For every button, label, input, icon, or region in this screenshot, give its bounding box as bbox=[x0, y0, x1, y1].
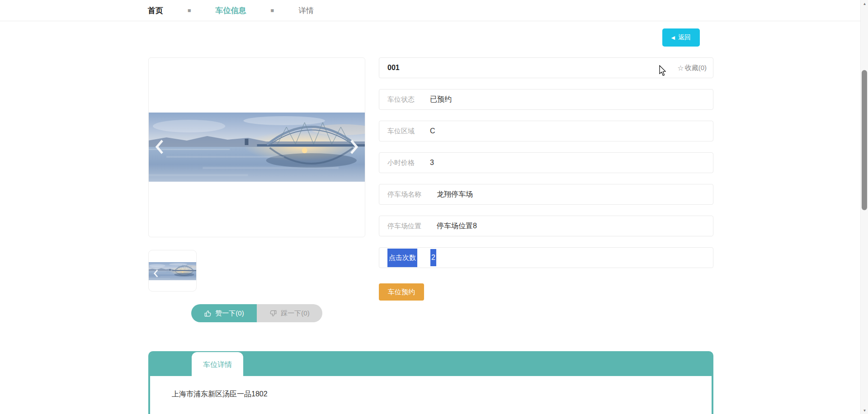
scrollbar[interactable]: ▲ ▼ bbox=[860, 0, 868, 414]
nav-item-home[interactable]: 首页 bbox=[148, 5, 163, 16]
vote-row: 赞一下(0) 踩一下(0) bbox=[148, 304, 365, 322]
scrollbar-thumb[interactable] bbox=[862, 70, 867, 210]
spot-title-box: 001 ☆ 收藏(0) bbox=[379, 57, 713, 78]
nav-item-detail[interactable]: 详情 bbox=[298, 5, 314, 16]
field-row-status: 车位状态 已预约 bbox=[379, 89, 713, 110]
back-button[interactable]: ◀ 返回 bbox=[662, 28, 700, 47]
photo-thumbnail[interactable] bbox=[148, 250, 197, 292]
detail-panel: 车位详情 上海市浦东新区汤臣一品1802 bbox=[148, 351, 713, 414]
field-value: 3 bbox=[430, 159, 434, 167]
field-value: 已预约 bbox=[430, 95, 452, 104]
back-arrow-icon: ◀ bbox=[671, 35, 675, 40]
field-label: 小时价格 bbox=[387, 159, 415, 167]
top-navbar: 首页 ≡ 车位信息 ≡ 详情 bbox=[0, 0, 868, 21]
nav-separator-icon: ≡ bbox=[271, 7, 274, 14]
nav-item-parking-info[interactable]: 车位信息 bbox=[216, 5, 246, 16]
parking-photo bbox=[148, 113, 365, 182]
field-label: 停车场位置 bbox=[387, 222, 421, 231]
favorite-button[interactable]: ☆ 收藏(0) bbox=[677, 64, 707, 72]
reserve-button[interactable]: 车位预约 bbox=[379, 283, 424, 301]
detail-content: 上海市浦东新区汤臣一品1802 bbox=[150, 376, 712, 414]
main-columns: 赞一下(0) 踩一下(0) 001 ☆ 收藏(0) 车位状态 已预约 bbox=[148, 57, 713, 322]
like-button-label: 赞一下(0) bbox=[215, 309, 244, 318]
field-label: 车位状态 bbox=[387, 95, 415, 104]
carousel-prev-icon[interactable] bbox=[154, 138, 165, 155]
info-column: 001 ☆ 收藏(0) 车位状态 已预约 车位区域 C 小时价格 3 停车场名称 bbox=[379, 57, 713, 322]
thumbs-up-icon bbox=[204, 310, 212, 317]
field-row-hour-price: 小时价格 3 bbox=[379, 152, 713, 173]
spot-title: 001 bbox=[387, 64, 400, 72]
thumbs-down-icon bbox=[269, 310, 277, 317]
dislike-button-label: 踩一下(0) bbox=[281, 309, 309, 318]
field-row-lot-name: 停车场名称 龙翔停车场 bbox=[379, 184, 713, 205]
scrollbar-up-icon[interactable]: ▲ bbox=[861, 0, 868, 7]
photo-carousel bbox=[148, 57, 365, 237]
field-value: 龙翔停车场 bbox=[437, 190, 473, 199]
page-container: ◀ 返回 bbox=[148, 28, 713, 414]
field-label: 车位区域 bbox=[387, 127, 415, 136]
thumbnail-prev-icon[interactable] bbox=[153, 269, 159, 278]
back-button-label: 返回 bbox=[678, 33, 691, 42]
field-row-lot-location: 停车场位置 停车场位置8 bbox=[379, 216, 713, 236]
star-icon: ☆ bbox=[677, 64, 684, 72]
field-value: 停车场位置8 bbox=[437, 221, 477, 231]
dislike-button[interactable]: 踩一下(0) bbox=[257, 304, 322, 322]
toolbar-row: ◀ 返回 bbox=[148, 28, 713, 47]
favorite-label: 收藏(0) bbox=[685, 64, 707, 72]
field-row-area: 车位区域 C bbox=[379, 121, 713, 141]
field-label: 停车场名称 bbox=[387, 190, 421, 199]
field-label-selected: 点击次数 bbox=[387, 249, 417, 267]
field-value: C bbox=[430, 127, 435, 135]
like-button[interactable]: 赞一下(0) bbox=[191, 304, 257, 322]
carousel-next-icon[interactable] bbox=[349, 138, 359, 155]
tab-spot-detail[interactable]: 车位详情 bbox=[192, 352, 243, 378]
detail-panel-header: 车位详情 bbox=[150, 353, 712, 376]
nav-separator-icon: ≡ bbox=[188, 7, 191, 14]
field-row-click-count: 点击次数 2 bbox=[379, 247, 713, 268]
field-value-selected: 2 bbox=[430, 249, 436, 266]
media-column: 赞一下(0) 踩一下(0) bbox=[148, 57, 365, 322]
scrollbar-down-icon[interactable]: ▼ bbox=[861, 407, 868, 414]
